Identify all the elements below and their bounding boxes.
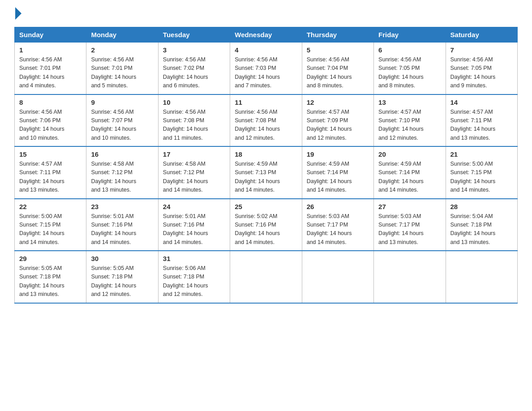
day-detail: Sunrise: 4:56 AMSunset: 7:07 PMDaylight:… [91,108,153,143]
day-number: 27 [378,203,441,210]
day-cell: 27 Sunrise: 5:03 AMSunset: 7:17 PMDaylig… [374,199,446,251]
day-cell: 4 Sunrise: 4:56 AMSunset: 7:03 PMDayligh… [230,43,302,94]
week-row-3: 15 Sunrise: 4:57 AMSunset: 7:11 PMDaylig… [15,146,518,199]
day-cell: 10 Sunrise: 4:56 AMSunset: 7:08 PMDaylig… [158,94,230,147]
day-detail: Sunrise: 4:56 AMSunset: 7:08 PMDaylight:… [235,108,297,143]
day-cell: 31 Sunrise: 5:06 AMSunset: 7:18 PMDaylig… [158,251,230,303]
logo [14,11,21,20]
day-detail: Sunrise: 5:00 AMSunset: 7:15 PMDaylight:… [450,160,513,195]
day-detail: Sunrise: 4:56 AMSunset: 7:05 PMDaylight:… [378,56,441,90]
day-number: 8 [19,98,82,106]
day-cell: 23 Sunrise: 5:01 AMSunset: 7:16 PMDaylig… [86,199,158,251]
day-detail: Sunrise: 4:56 AMSunset: 7:04 PMDaylight:… [307,56,369,90]
day-number: 18 [235,150,297,158]
day-detail: Sunrise: 4:59 AMSunset: 7:14 PMDaylight:… [378,160,441,195]
day-cell: 25 Sunrise: 5:02 AMSunset: 7:16 PMDaylig… [230,199,302,251]
week-row-5: 29 Sunrise: 5:05 AMSunset: 7:18 PMDaylig… [15,251,518,303]
day-detail: Sunrise: 5:05 AMSunset: 7:18 PMDaylight:… [19,264,82,299]
day-number: 14 [450,98,513,106]
day-cell [446,251,517,303]
day-detail: Sunrise: 4:57 AMSunset: 7:11 PMDaylight:… [19,160,82,195]
header-friday: Friday [374,27,446,43]
day-detail: Sunrise: 5:04 AMSunset: 7:18 PMDaylight:… [450,212,513,247]
week-row-4: 22 Sunrise: 5:00 AMSunset: 7:15 PMDaylig… [15,199,518,251]
day-detail: Sunrise: 4:56 AMSunset: 7:01 PMDaylight:… [19,56,82,90]
day-detail: Sunrise: 5:02 AMSunset: 7:16 PMDaylight:… [235,212,297,247]
day-number: 24 [163,203,225,210]
day-detail: Sunrise: 4:56 AMSunset: 7:01 PMDaylight:… [91,56,153,90]
header-saturday: Saturday [446,27,517,43]
header-tuesday: Tuesday [158,27,230,43]
day-cell [302,251,373,303]
day-detail: Sunrise: 5:03 AMSunset: 7:17 PMDaylight:… [378,212,441,247]
day-cell: 5 Sunrise: 4:56 AMSunset: 7:04 PMDayligh… [302,43,373,94]
day-cell: 6 Sunrise: 4:56 AMSunset: 7:05 PMDayligh… [374,43,446,94]
day-cell: 14 Sunrise: 4:57 AMSunset: 7:11 PMDaylig… [446,94,517,147]
header-monday: Monday [86,27,158,43]
day-cell: 26 Sunrise: 5:03 AMSunset: 7:17 PMDaylig… [302,199,373,251]
day-number: 10 [163,98,225,106]
day-cell: 12 Sunrise: 4:57 AMSunset: 7:09 PMDaylig… [302,94,373,147]
calendar-table: SundayMondayTuesdayWednesdayThursdayFrid… [14,27,518,304]
day-number: 20 [378,150,441,158]
day-number: 22 [19,203,82,210]
day-number: 11 [235,98,297,106]
day-cell: 15 Sunrise: 4:57 AMSunset: 7:11 PMDaylig… [15,146,86,199]
day-cell: 20 Sunrise: 4:59 AMSunset: 7:14 PMDaylig… [374,146,446,199]
day-cell: 29 Sunrise: 5:05 AMSunset: 7:18 PMDaylig… [15,251,86,303]
day-number: 6 [378,46,441,54]
day-number: 2 [91,46,153,54]
day-cell: 16 Sunrise: 4:58 AMSunset: 7:12 PMDaylig… [86,146,158,199]
day-cell: 18 Sunrise: 4:59 AMSunset: 7:13 PMDaylig… [230,146,302,199]
day-number: 19 [307,150,369,158]
day-number: 17 [163,150,225,158]
day-detail: Sunrise: 4:56 AMSunset: 7:03 PMDaylight:… [235,56,297,90]
day-cell: 7 Sunrise: 4:56 AMSunset: 7:05 PMDayligh… [446,43,517,94]
day-cell: 1 Sunrise: 4:56 AMSunset: 7:01 PMDayligh… [15,43,86,94]
day-number: 9 [91,98,153,106]
week-row-1: 1 Sunrise: 4:56 AMSunset: 7:01 PMDayligh… [15,43,518,94]
day-detail: Sunrise: 5:06 AMSunset: 7:18 PMDaylight:… [163,264,225,299]
day-cell: 17 Sunrise: 4:58 AMSunset: 7:12 PMDaylig… [158,146,230,199]
day-number: 7 [450,46,513,54]
day-detail: Sunrise: 4:56 AMSunset: 7:08 PMDaylight:… [163,108,225,143]
logo-arrow-icon [15,7,21,20]
day-cell: 3 Sunrise: 4:56 AMSunset: 7:02 PMDayligh… [158,43,230,94]
day-cell: 11 Sunrise: 4:56 AMSunset: 7:08 PMDaylig… [230,94,302,147]
day-number: 13 [378,98,441,106]
day-number: 29 [19,255,82,262]
day-cell: 28 Sunrise: 5:04 AMSunset: 7:18 PMDaylig… [446,199,517,251]
day-number: 31 [163,255,225,262]
header-sunday: Sunday [15,27,86,43]
day-number: 15 [19,150,82,158]
day-detail: Sunrise: 4:56 AMSunset: 7:06 PMDaylight:… [19,108,82,143]
header-thursday: Thursday [302,27,373,43]
day-detail: Sunrise: 4:56 AMSunset: 7:02 PMDaylight:… [163,56,225,90]
day-detail: Sunrise: 4:58 AMSunset: 7:12 PMDaylight:… [91,160,153,195]
day-detail: Sunrise: 5:05 AMSunset: 7:18 PMDaylight:… [91,264,153,299]
day-number: 30 [91,255,153,262]
day-detail: Sunrise: 4:59 AMSunset: 7:14 PMDaylight:… [307,160,369,195]
day-number: 1 [19,46,82,54]
day-cell: 21 Sunrise: 5:00 AMSunset: 7:15 PMDaylig… [446,146,517,199]
day-cell: 24 Sunrise: 5:01 AMSunset: 7:16 PMDaylig… [158,199,230,251]
day-cell: 30 Sunrise: 5:05 AMSunset: 7:18 PMDaylig… [86,251,158,303]
day-number: 4 [235,46,297,54]
page-header [14,11,518,20]
header-row: SundayMondayTuesdayWednesdayThursdayFrid… [15,27,518,43]
day-number: 21 [450,150,513,158]
day-number: 25 [235,203,297,210]
day-number: 12 [307,98,369,106]
day-number: 16 [91,150,153,158]
day-number: 26 [307,203,369,210]
day-number: 3 [163,46,225,54]
day-number: 23 [91,203,153,210]
day-detail: Sunrise: 5:03 AMSunset: 7:17 PMDaylight:… [307,212,369,247]
day-cell: 9 Sunrise: 4:56 AMSunset: 7:07 PMDayligh… [86,94,158,147]
day-cell: 2 Sunrise: 4:56 AMSunset: 7:01 PMDayligh… [86,43,158,94]
day-detail: Sunrise: 4:57 AMSunset: 7:11 PMDaylight:… [450,108,513,143]
day-detail: Sunrise: 5:01 AMSunset: 7:16 PMDaylight:… [163,212,225,247]
day-detail: Sunrise: 5:00 AMSunset: 7:15 PMDaylight:… [19,212,82,247]
day-cell: 13 Sunrise: 4:57 AMSunset: 7:10 PMDaylig… [374,94,446,147]
day-cell [230,251,302,303]
